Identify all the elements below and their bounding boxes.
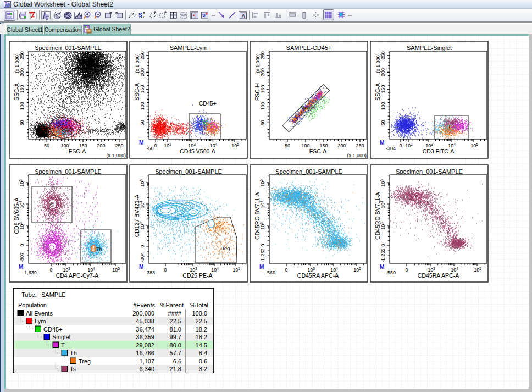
svg-text:CD3 FITC-A: CD3 FITC-A bbox=[423, 148, 455, 154]
svg-text:100: 100 bbox=[380, 102, 386, 110]
svg-text:Th: Th bbox=[70, 350, 77, 356]
svg-text:T: T bbox=[448, 124, 451, 129]
svg-text:Lym: Lym bbox=[35, 318, 46, 324]
svg-text:16,766: 16,766 bbox=[136, 350, 154, 356]
svg-text:%Total: %Total bbox=[190, 302, 208, 308]
svg-text:T: T bbox=[61, 342, 65, 349]
svg-text:-1,262: -1,262 bbox=[380, 248, 386, 262]
svg-text:CD45RO BV711-A: CD45RO BV711-A bbox=[254, 192, 261, 240]
svg-text:50: 50 bbox=[140, 120, 145, 125]
svg-text:6,340: 6,340 bbox=[139, 366, 154, 372]
svg-text:0.6: 0.6 bbox=[199, 358, 207, 365]
svg-text:(x 1,000): (x 1,000) bbox=[347, 153, 367, 158]
svg-text:Treg: Treg bbox=[220, 246, 230, 251]
svg-text:Specimen_001-SAMPLE: Specimen_001-SAMPLE bbox=[275, 168, 342, 175]
svg-text:####: #### bbox=[168, 310, 182, 317]
svg-text:CD45+: CD45+ bbox=[199, 101, 217, 107]
svg-text:1,107: 1,107 bbox=[139, 358, 154, 365]
svg-text:Specimen_001-SAMPLE: Specimen_001-SAMPLE bbox=[155, 168, 222, 175]
svg-text:200: 200 bbox=[97, 143, 105, 148]
svg-text:100: 100 bbox=[140, 102, 145, 110]
svg-text:-560: -560 bbox=[386, 270, 396, 275]
svg-text:Specimen_001-SAMPLE: Specimen_001-SAMPLE bbox=[35, 45, 102, 51]
svg-text:150: 150 bbox=[260, 85, 265, 93]
svg-text:50: 50 bbox=[380, 120, 386, 125]
svg-text:150: 150 bbox=[19, 85, 25, 93]
svg-text:250: 250 bbox=[380, 51, 386, 59]
svg-text:Specimen_001-SAMPLE: Specimen_001-SAMPLE bbox=[396, 168, 463, 175]
svg-text:Ts: Ts bbox=[70, 366, 76, 372]
svg-text:200: 200 bbox=[19, 68, 25, 76]
svg-text:CD25 PE-A: CD25 PE-A bbox=[182, 272, 212, 279]
svg-text:Singlet: Singlet bbox=[52, 334, 71, 340]
svg-text:50: 50 bbox=[19, 120, 25, 125]
svg-text:0: 0 bbox=[49, 267, 52, 273]
svg-text:-1,262: -1,262 bbox=[260, 248, 265, 262]
svg-text:-560: -560 bbox=[265, 270, 275, 275]
svg-text:100: 100 bbox=[19, 102, 25, 110]
svg-text:-807: -807 bbox=[19, 252, 25, 262]
svg-text:(x 1,000): (x 1,000) bbox=[106, 153, 126, 158]
svg-text:81.0: 81.0 bbox=[170, 326, 181, 333]
svg-text:18.2: 18.2 bbox=[196, 326, 207, 333]
svg-text:100.0: 100.0 bbox=[192, 310, 207, 317]
svg-text:50: 50 bbox=[285, 143, 290, 148]
svg-text:50: 50 bbox=[44, 143, 49, 148]
svg-text:250: 250 bbox=[140, 51, 145, 59]
svg-text:8.4: 8.4 bbox=[199, 350, 207, 356]
svg-text:250: 250 bbox=[356, 143, 364, 148]
svg-text:Population: Population bbox=[18, 302, 47, 308]
svg-text:M: M bbox=[139, 140, 143, 146]
svg-text:36,474: 36,474 bbox=[136, 326, 154, 333]
svg-text:150: 150 bbox=[380, 85, 386, 93]
svg-text:SAMPLE: SAMPLE bbox=[41, 291, 66, 298]
svg-text:200: 200 bbox=[260, 68, 265, 76]
svg-text:0: 0 bbox=[380, 244, 386, 246]
svg-text:Singlet: Singlet bbox=[300, 105, 315, 111]
svg-text:-388: -388 bbox=[145, 270, 155, 275]
svg-text:6.6: 6.6 bbox=[173, 358, 181, 365]
svg-text:M: M bbox=[380, 140, 384, 146]
svg-text:-304: -304 bbox=[386, 146, 396, 151]
svg-text:22.5: 22.5 bbox=[170, 318, 181, 324]
svg-text:80.0: 80.0 bbox=[170, 342, 181, 349]
svg-text:FSC-A: FSC-A bbox=[309, 148, 327, 154]
svg-text:CD45 V500-A: CD45 V500-A bbox=[180, 148, 215, 154]
svg-text:0: 0 bbox=[399, 143, 402, 148]
svg-text:S: S bbox=[202, 13, 206, 18]
svg-text:CD45RA APC-A: CD45RA APC-A bbox=[418, 272, 459, 279]
svg-text:CD4 APC-Cy7-A: CD4 APC-Cy7-A bbox=[56, 272, 99, 279]
svg-text:0: 0 bbox=[285, 267, 287, 273]
svg-text:45,038: 45,038 bbox=[136, 318, 154, 324]
svg-text:100: 100 bbox=[301, 143, 309, 148]
svg-text:250: 250 bbox=[115, 143, 123, 148]
svg-text:FSC-A: FSC-A bbox=[69, 148, 86, 154]
svg-text:200: 200 bbox=[337, 143, 346, 148]
svg-text:-304: -304 bbox=[140, 252, 145, 262]
svg-text:CD45+: CD45+ bbox=[43, 326, 63, 333]
svg-text:SAMPLE-Singlet: SAMPLE-Singlet bbox=[407, 45, 452, 51]
svg-text:Specimen_001-SAMPLE: Specimen_001-SAMPLE bbox=[35, 168, 102, 175]
svg-text:57.7: 57.7 bbox=[170, 350, 181, 356]
svg-text:0: 0 bbox=[140, 245, 145, 247]
svg-text:CD45RA APC-A: CD45RA APC-A bbox=[297, 272, 339, 279]
svg-text:3.2: 3.2 bbox=[199, 366, 207, 372]
svg-text:99.7: 99.7 bbox=[170, 334, 181, 340]
svg-text:200: 200 bbox=[140, 68, 145, 76]
svg-text:250: 250 bbox=[19, 51, 25, 59]
svg-text:All Events: All Events bbox=[26, 310, 53, 317]
svg-text:Ts: Ts bbox=[48, 202, 54, 207]
svg-text:M: M bbox=[139, 264, 143, 270]
svg-text:Treg: Treg bbox=[79, 358, 91, 365]
svg-text:M: M bbox=[380, 264, 384, 270]
svg-text:SAMPLE-Lym: SAMPLE-Lym bbox=[170, 45, 208, 51]
svg-text:0: 0 bbox=[19, 244, 25, 246]
svg-text:100: 100 bbox=[260, 102, 265, 110]
svg-text:0: 0 bbox=[405, 267, 408, 273]
svg-text:29,082: 29,082 bbox=[136, 342, 154, 349]
svg-text:0: 0 bbox=[260, 244, 265, 246]
svg-text:A: A bbox=[242, 13, 246, 19]
svg-text:200: 200 bbox=[380, 68, 386, 76]
svg-text:21.8: 21.8 bbox=[170, 366, 181, 372]
svg-text:14.5: 14.5 bbox=[196, 342, 207, 349]
